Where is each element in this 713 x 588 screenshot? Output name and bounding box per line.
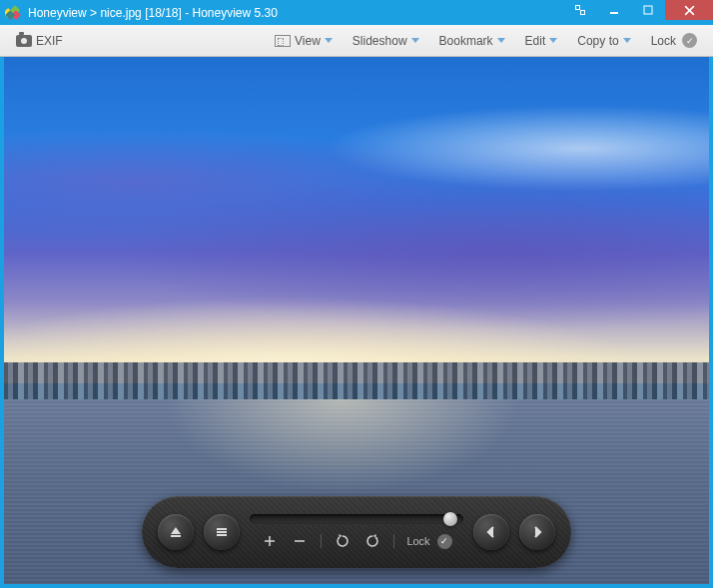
camera-icon xyxy=(16,35,32,47)
image-viewport[interactable]: Lock ✓ xyxy=(4,57,709,584)
overlay-controls: Lock ✓ xyxy=(142,496,571,568)
exif-button[interactable]: EXIF xyxy=(8,30,71,52)
eject-button[interactable] xyxy=(158,514,194,550)
cityscape-region xyxy=(4,362,709,404)
separator xyxy=(393,534,394,548)
slider-thumb[interactable] xyxy=(443,512,457,526)
title-suffix: - Honeyview 5.30 xyxy=(185,6,278,20)
svg-rect-7 xyxy=(644,6,652,14)
close-button[interactable] xyxy=(665,0,713,20)
lock-label: Lock xyxy=(651,34,676,48)
chevron-down-icon xyxy=(325,38,333,43)
exif-label: EXIF xyxy=(36,34,63,48)
title-counter: [18/18] xyxy=(145,6,182,20)
app-window: Honeyview > nice.jpg [18/18] - Honeyview… xyxy=(0,0,713,588)
view-label: View xyxy=(295,34,321,48)
check-icon: ✓ xyxy=(437,534,452,549)
titlebar: Honeyview > nice.jpg [18/18] - Honeyview… xyxy=(0,0,713,25)
svg-rect-12 xyxy=(217,528,227,530)
chevron-down-icon xyxy=(411,38,419,43)
check-icon: ✓ xyxy=(682,33,697,48)
zoom-in-button[interactable] xyxy=(261,532,279,550)
copyto-menu[interactable]: Copy to xyxy=(569,30,638,52)
maximize-button[interactable] xyxy=(631,0,665,20)
rotate-right-button[interactable] xyxy=(363,532,381,550)
sky-region xyxy=(4,57,709,383)
slideshow-label: Slideshow xyxy=(353,34,407,48)
svg-rect-13 xyxy=(217,531,227,533)
svg-rect-6 xyxy=(610,12,618,14)
rotate-left-button[interactable] xyxy=(334,532,352,550)
chevron-down-icon xyxy=(623,38,631,43)
title-sep: > xyxy=(90,6,97,20)
fullscreen-button[interactable] xyxy=(563,0,597,20)
svg-marker-10 xyxy=(171,527,181,534)
app-icon xyxy=(4,4,22,22)
slideshow-menu[interactable]: Slideshow xyxy=(345,30,427,52)
window-title: Honeyview > nice.jpg [18/18] - Honeyview… xyxy=(28,6,563,20)
bookmark-label: Bookmark xyxy=(439,34,493,48)
overlay-lock-label: Lock xyxy=(406,535,429,547)
svg-rect-11 xyxy=(171,535,181,537)
bookmark-menu[interactable]: Bookmark xyxy=(431,30,513,52)
overlay-lock-button[interactable]: Lock ✓ xyxy=(406,534,451,549)
next-button[interactable] xyxy=(519,514,555,550)
lock-button[interactable]: Lock ✓ xyxy=(643,29,705,52)
minimize-button[interactable] xyxy=(597,0,631,20)
chevron-down-icon xyxy=(497,38,505,43)
separator xyxy=(321,534,322,548)
copyto-label: Copy to xyxy=(577,34,618,48)
svg-rect-5 xyxy=(581,11,585,15)
previous-button[interactable] xyxy=(473,514,509,550)
svg-rect-14 xyxy=(217,534,227,536)
overlay-middle: Lock ✓ xyxy=(250,514,463,550)
overlay-lower-row: Lock ✓ xyxy=(261,532,451,550)
zoom-out-button[interactable] xyxy=(291,532,309,550)
svg-rect-4 xyxy=(576,6,580,10)
chevron-down-icon xyxy=(549,38,557,43)
edit-menu[interactable]: Edit xyxy=(517,30,566,52)
edit-label: Edit xyxy=(525,34,546,48)
title-filename: nice.jpg xyxy=(100,6,141,20)
window-controls xyxy=(563,0,713,25)
view-icon xyxy=(275,35,291,47)
view-menu[interactable]: View xyxy=(267,30,341,52)
position-slider[interactable] xyxy=(250,514,463,524)
toolbar: EXIF View Slideshow Bookmark Edit Copy t… xyxy=(0,25,713,57)
menu-button[interactable] xyxy=(204,514,240,550)
title-app: Honeyview xyxy=(28,6,87,20)
